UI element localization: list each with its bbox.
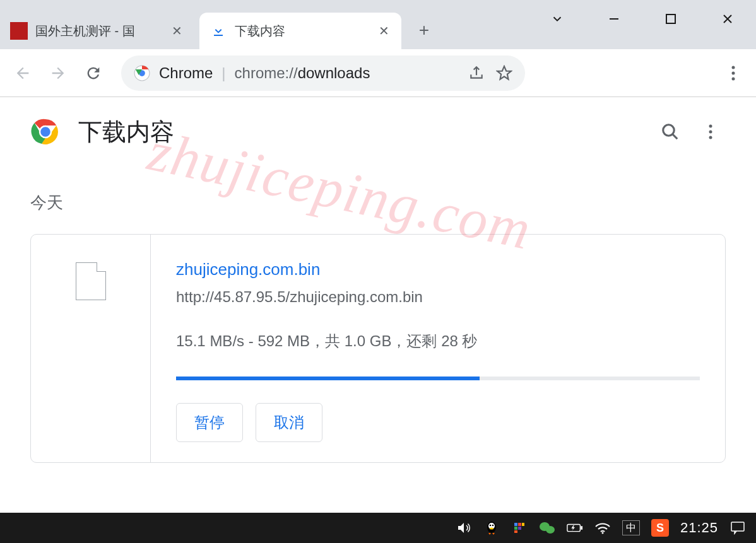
svg-point-10 (663, 125, 675, 136)
svg-rect-21 (518, 523, 521, 526)
svg-rect-23 (514, 527, 517, 530)
chevron-down-icon[interactable] (529, 0, 586, 38)
svg-point-18 (492, 525, 494, 527)
svg-point-17 (490, 525, 492, 527)
svg-point-27 (546, 526, 555, 534)
wechat-icon[interactable] (539, 520, 555, 536)
window-controls (529, 0, 756, 38)
svg-rect-1 (666, 15, 675, 23)
svg-point-4 (732, 66, 735, 69)
progress-bar-track (176, 377, 700, 380)
cancel-button[interactable]: 取消 (256, 403, 322, 442)
new-tab-button[interactable]: + (409, 15, 439, 45)
svg-rect-25 (514, 530, 517, 533)
svg-point-30 (601, 532, 603, 534)
download-filename[interactable]: zhujiceping.com.bin (176, 260, 700, 279)
browser-toolbar: Chrome | chrome://downloads (0, 49, 756, 97)
download-icon-area (31, 235, 151, 462)
app-tray-icon[interactable] (511, 520, 528, 536)
svg-point-14 (709, 136, 712, 139)
page-menu-button[interactable] (695, 117, 726, 147)
minimize-button[interactable] (586, 0, 642, 38)
tab-title: 国外主机测评 - 国 (35, 23, 169, 40)
page-header: 下载内容 (0, 97, 756, 166)
omnibox-url: chrome://downloads (235, 64, 370, 82)
battery-icon[interactable] (567, 520, 583, 536)
svg-point-19 (490, 528, 493, 530)
tab-inactive[interactable]: 国外主机测评 - 国 ✕ (0, 13, 194, 49)
progress-bar-fill (176, 377, 480, 380)
tab-strip: 国外主机测评 - 国 ✕ 下载内容 ✕ + (0, 0, 756, 49)
volume-icon[interactable] (456, 520, 472, 536)
download-icon (210, 22, 227, 40)
svg-point-13 (709, 131, 712, 134)
close-icon[interactable]: ✕ (169, 23, 184, 38)
forward-button[interactable] (43, 58, 73, 88)
svg-line-11 (673, 134, 678, 139)
share-icon[interactable] (468, 65, 485, 81)
sogou-ime-icon[interactable]: S (651, 519, 669, 537)
close-button[interactable] (699, 0, 756, 38)
bookmark-icon[interactable] (496, 65, 512, 81)
notifications-icon[interactable] (729, 520, 746, 536)
svg-point-6 (732, 77, 735, 80)
omnibox-scheme: Chrome (159, 64, 213, 82)
tab-active[interactable]: 下载内容 ✕ (199, 13, 401, 49)
svg-point-12 (709, 125, 712, 128)
tab-title: 下载内容 (235, 23, 376, 40)
page-title: 下载内容 (78, 116, 645, 148)
close-icon[interactable]: ✕ (376, 23, 391, 38)
favicon-icon (10, 22, 28, 40)
ime-indicator[interactable]: 中 (622, 520, 640, 535)
taskbar-clock[interactable]: 21:25 (680, 520, 718, 536)
maximize-button[interactable] (642, 0, 699, 38)
svg-rect-24 (518, 527, 521, 530)
svg-rect-20 (514, 523, 517, 526)
svg-rect-31 (731, 522, 744, 531)
separator: | (221, 64, 225, 82)
downloads-content: 今天 zhujiceping.com.bin http://45.87.95.5… (0, 192, 756, 463)
search-button[interactable] (655, 117, 685, 147)
date-section-label: 今天 (30, 192, 726, 214)
reload-button[interactable] (78, 58, 109, 88)
pause-button[interactable]: 暂停 (176, 403, 243, 442)
download-status: 15.1 MB/s - 592 MB，共 1.0 GB，还剩 28 秒 (176, 331, 700, 351)
browser-menu-button[interactable] (718, 58, 748, 88)
qq-icon[interactable] (483, 520, 500, 536)
wifi-icon[interactable] (594, 520, 611, 536)
system-taskbar: 中 S 21:25 (0, 513, 756, 543)
chrome-logo-icon (30, 117, 61, 147)
svg-rect-29 (581, 526, 582, 530)
chrome-security-icon (134, 65, 150, 81)
download-item: zhujiceping.com.bin http://45.87.95.5/zh… (30, 234, 726, 463)
download-url[interactable]: http://45.87.95.5/zhujiceping.com.bin (176, 288, 700, 306)
svg-point-5 (732, 71, 735, 74)
file-icon (76, 262, 106, 300)
svg-rect-22 (522, 523, 524, 526)
back-button[interactable] (8, 58, 38, 88)
address-bar[interactable]: Chrome | chrome://downloads (121, 55, 525, 91)
